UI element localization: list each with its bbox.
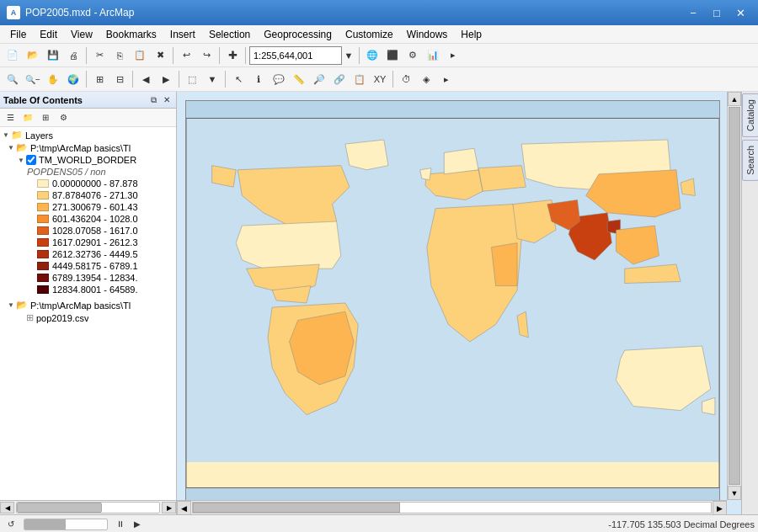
xy-tool[interactable]: XY <box>371 70 389 88</box>
vscroll-down-btn[interactable]: ▼ <box>728 486 741 500</box>
add-data-button[interactable]: ✚ <box>223 46 242 65</box>
map-area[interactable]: ▲ ▼ ◀ ▶ <box>177 92 741 514</box>
status-scrollbar-track[interactable] <box>24 519 108 530</box>
vscroll-thumb[interactable] <box>729 107 740 485</box>
legend-label-5: 1617.02901 - 2612.3 <box>52 237 138 247</box>
close-button[interactable]: ✕ <box>729 4 751 21</box>
toc-scrollbar-track <box>16 502 160 513</box>
menu-windows[interactable]: Windows <box>400 25 455 44</box>
toc-scroll-left[interactable]: ◀ <box>0 502 14 513</box>
zoom-in-button[interactable]: 🔍 <box>3 70 22 88</box>
legend-item-1: 87.8784076 - 271.30 <box>0 189 176 201</box>
expand-group2[interactable]: ▼ <box>7 301 15 310</box>
toc-scrollbar[interactable]: ◀ ▶ <box>0 500 176 514</box>
prev-extent[interactable]: ◀ <box>136 70 155 88</box>
toc-close-btn[interactable]: ✕ <box>161 94 173 106</box>
fixed-zoom-in[interactable]: ⊞ <box>90 70 109 88</box>
clear-sel[interactable]: ↖ <box>229 70 248 88</box>
status-scrollbar-thumb[interactable] <box>24 519 66 529</box>
new-button[interactable]: 📄 <box>3 46 22 65</box>
separator4 <box>245 47 246 64</box>
delete-button[interactable]: ✖ <box>151 46 169 65</box>
html-popup[interactable]: 💬 <box>270 70 288 88</box>
menu-customize[interactable]: Customize <box>339 25 400 44</box>
expand-layers[interactable]: ▼ <box>2 131 10 140</box>
redo-button[interactable]: ↪ <box>197 46 216 65</box>
open-button[interactable]: 📂 <box>24 46 42 65</box>
toc-layer-group1[interactable]: ▼ 📂 P:\tmp\ArcMap basics\Tl <box>0 141 176 154</box>
menu-bookmarks[interactable]: Bookmarks <box>99 25 163 44</box>
expand-world-border[interactable]: ▼ <box>17 156 25 164</box>
toc-list-view[interactable]: ☰ <box>2 110 19 125</box>
fixed-zoom-out[interactable]: ⊟ <box>110 70 129 88</box>
paste-button[interactable]: 📋 <box>131 46 149 65</box>
menu-selection[interactable]: Selection <box>202 25 257 44</box>
toc-csv-layer[interactable]: ⊞ pop2019.csv <box>0 311 176 324</box>
legend-label-8: 6789.13954 - 12834. <box>52 273 138 283</box>
legend-item-6: 2612.32736 - 4449.5 <box>0 248 176 260</box>
toc-float-btn[interactable]: ⧉ <box>147 94 159 106</box>
catalog-tab[interactable]: Catalog <box>742 93 759 137</box>
toc-options[interactable]: ⚙ <box>55 110 72 125</box>
hscroll-right-btn[interactable]: ▶ <box>713 501 727 514</box>
status-refresh-btn[interactable]: ↺ <box>3 517 19 532</box>
zoom-to-full-btn[interactable]: 🌐 <box>363 46 382 65</box>
menu-file[interactable]: File <box>3 25 33 44</box>
maximize-button[interactable]: □ <box>706 4 728 21</box>
status-pause-btn[interactable]: ⏸ <box>113 517 128 532</box>
edit-vertices[interactable]: ◈ <box>417 70 435 88</box>
table-button[interactable]: 📋 <box>350 70 369 88</box>
identify[interactable]: ℹ <box>249 70 268 88</box>
toc-draw-order[interactable]: ⊞ <box>37 110 54 125</box>
scale-dropdown-btn[interactable]: ▼ <box>342 46 355 65</box>
time-slider[interactable]: ⏱ <box>397 70 415 88</box>
pan-button[interactable]: ✋ <box>44 70 62 88</box>
zoom-out-button[interactable]: 🔍− <box>24 70 42 88</box>
hscroll-track <box>192 502 712 513</box>
menu-geoprocessing[interactable]: Geoprocessing <box>257 25 339 44</box>
toc-layer-group2[interactable]: ▼ 📂 P:\tmp\ArcMap basics\Tl <box>0 299 176 311</box>
globe-button[interactable]: 🌍 <box>64 70 83 88</box>
print-button[interactable]: 🖨 <box>64 46 83 65</box>
minimize-button[interactable]: − <box>682 4 704 21</box>
more-btn[interactable]: ▸ <box>444 46 462 65</box>
status-scroll-right-btn[interactable]: ▶ <box>130 517 145 532</box>
next-extent[interactable]: ▶ <box>157 70 175 88</box>
hscroll-thumb[interactable] <box>193 503 400 513</box>
vscroll-up-btn[interactable]: ▲ <box>728 92 741 106</box>
expand-csv[interactable] <box>17 314 25 322</box>
toc-world-border-layer[interactable]: ▼ TM_WORLD_BORDER <box>0 154 176 166</box>
more-tools[interactable]: ▸ <box>437 70 456 88</box>
task-btn[interactable]: 📊 <box>424 46 442 65</box>
save-button[interactable]: 💾 <box>44 46 62 65</box>
search-tab[interactable]: Search <box>742 140 759 181</box>
expand-group1[interactable]: ▼ <box>7 144 15 152</box>
map-vscrollbar[interactable]: ▲ ▼ <box>727 92 741 500</box>
svg-rect-1 <box>186 462 719 488</box>
menu-edit[interactable]: Edit <box>33 25 64 44</box>
toc-scrollbar-thumb[interactable] <box>17 503 102 513</box>
copy-button[interactable]: ⎘ <box>110 46 129 65</box>
cut-button[interactable]: ✂ <box>90 46 109 65</box>
select-dropdown[interactable]: ▼ <box>203 70 222 88</box>
hscroll-left-btn[interactable]: ◀ <box>177 501 191 514</box>
toc-content: ▼ 📁 Layers ▼ 📂 P:\tmp\ArcMap basics\Tl ▼… <box>0 127 176 500</box>
toc-source-view[interactable]: 📁 <box>19 110 36 125</box>
menu-help[interactable]: Help <box>454 25 488 44</box>
measure[interactable]: 📏 <box>290 70 308 88</box>
display-settings-btn[interactable]: ⚙ <box>403 46 422 65</box>
toc-layers-root[interactable]: ▼ 📁 Layers <box>0 129 176 141</box>
toc-scroll-right[interactable]: ▶ <box>162 502 176 513</box>
map-hscrollbar[interactable]: ◀ ▶ <box>177 500 727 514</box>
hyperlink[interactable]: 🔗 <box>330 70 349 88</box>
select-elements-btn[interactable]: ⬛ <box>383 46 402 65</box>
menu-insert[interactable]: Insert <box>163 25 202 44</box>
world-border-checkbox[interactable] <box>26 155 36 165</box>
menu-view[interactable]: View <box>64 25 99 44</box>
scale-input[interactable] <box>249 46 342 65</box>
undo-button[interactable]: ↩ <box>177 46 195 65</box>
sep7 <box>132 71 133 88</box>
field-label-text: POPDENS05 / non <box>27 167 106 177</box>
find[interactable]: 🔎 <box>310 70 328 88</box>
select-features[interactable]: ⬚ <box>183 70 201 88</box>
